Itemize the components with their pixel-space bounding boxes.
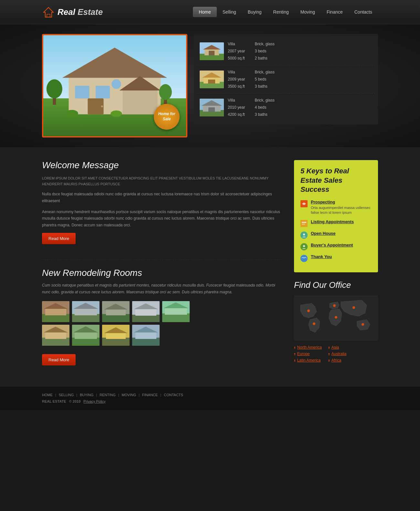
open-house-link[interactable]: Open House — [311, 231, 336, 236]
svg-rect-21 — [209, 51, 215, 55]
nav-buying[interactable]: Buying — [242, 7, 268, 17]
footer-selling[interactable]: SELLING — [59, 393, 74, 397]
nav-moving[interactable]: Moving — [295, 7, 321, 17]
gallery-thumb[interactable] — [102, 301, 130, 322]
footer-nav: HOME | SELLING | BUYING | RENTING | MOVI… — [0, 386, 420, 410]
gallery-thumb[interactable] — [132, 301, 160, 322]
svg-rect-42 — [106, 309, 126, 315]
footer-sep: | — [55, 393, 56, 397]
africa-link[interactable]: Africa — [328, 358, 347, 363]
gallery-thumb[interactable] — [42, 325, 69, 346]
main-nav: Home Selling Buying Renting Moving Finan… — [193, 7, 378, 17]
svg-rect-38 — [75, 308, 97, 315]
listing-info: Villa 2010 year 4200 sq.ft Brick, glass … — [228, 97, 372, 117]
listings-panel: Villa 2007 year 5000 sq.ft Brick, glass … — [194, 34, 378, 125]
divider — [42, 260, 281, 260]
office-col-1: North America Europe Latin America — [294, 345, 322, 363]
remodeling-read-more-button[interactable]: Read More — [42, 354, 76, 365]
gallery-thumb[interactable] — [102, 325, 130, 346]
gallery-thumb[interactable] — [72, 301, 100, 322]
footer-moving[interactable]: MOVING — [122, 393, 136, 397]
hero-main-image: Home for Sale — [42, 34, 187, 137]
europe-link[interactable]: Europe — [294, 352, 322, 356]
listing-info: Villa 2007 year 5000 sq.ft Brick, glass … — [228, 41, 372, 61]
home-for-sale-badge: Home for Sale — [154, 104, 180, 130]
buyers-appointment-link[interactable]: Buyer's Appointment — [311, 243, 353, 247]
footer-finance[interactable]: FINANCE — [142, 393, 158, 397]
listing-appointments-link[interactable]: Listing Appointments — [311, 219, 354, 224]
listing-item[interactable]: Villa 2007 year 5000 sq.ft Brick, glass … — [197, 37, 375, 65]
footer-contacts[interactable]: CONTACTS — [164, 393, 183, 397]
nav-renting[interactable]: Renting — [268, 7, 295, 17]
prospecting-link[interactable]: Prospecting — [311, 200, 372, 204]
logo: Real Estate — [42, 6, 103, 18]
listing-type: Villa — [228, 69, 245, 75]
svg-rect-7 — [96, 86, 110, 98]
listing-year: 2009 year — [228, 76, 245, 82]
logo-text: Real Estate — [58, 7, 103, 17]
listing-beds: 3 beds — [255, 48, 274, 54]
footer-renting[interactable]: RENTING — [100, 393, 116, 397]
svg-point-83 — [335, 316, 337, 319]
svg-point-16 — [110, 111, 122, 117]
asia-link[interactable]: Asia — [328, 345, 347, 350]
nav-finance[interactable]: Finance — [321, 7, 349, 17]
svg-rect-49 — [162, 313, 190, 322]
footer-privacy-link[interactable]: Privacy Policy — [83, 399, 105, 403]
main-content: Welcome Message LOREM IPSUM DOLOR SIT AM… — [0, 147, 420, 386]
footer-home[interactable]: HOME — [42, 393, 53, 397]
thank-you-link[interactable]: Thank You — [311, 254, 332, 259]
listing-year: 2007 year — [228, 48, 245, 54]
footer-sep: | — [76, 393, 77, 397]
logo-real: Real — [58, 7, 78, 17]
svg-rect-50 — [165, 308, 187, 315]
svg-rect-8 — [111, 79, 121, 89]
nav-contacts[interactable]: Contacts — [349, 7, 378, 17]
svg-point-82 — [313, 322, 315, 325]
footer-buying[interactable]: BUYING — [80, 393, 93, 397]
latin-america-link[interactable]: Latin America — [294, 358, 322, 363]
listing-material: Brick, glass — [255, 41, 274, 47]
svg-rect-71 — [302, 224, 305, 224]
footer-copyright: REAL ESTATE © 2010 Privacy Policy — [42, 399, 378, 403]
svg-rect-54 — [45, 332, 66, 339]
listing-thumb — [200, 42, 224, 60]
listing-info: Villa 2009 year 3500 sq.ft Brick, glass … — [228, 69, 372, 89]
listing-item[interactable]: Villa 2010 year 4200 sq.ft Brick, glass … — [197, 93, 375, 121]
gallery-row-1 — [42, 301, 281, 322]
office-col-2: Asia Australia Africa — [328, 345, 347, 363]
listing-type: Villa — [228, 97, 245, 103]
svg-rect-6 — [75, 86, 89, 98]
listing-sqft: 4200 sq.ft — [228, 112, 245, 117]
header: Real Estate Home Selling Buying Renting … — [0, 0, 420, 24]
svg-rect-62 — [106, 332, 126, 339]
welcome-read-more-button[interactable]: Read More — [42, 233, 76, 244]
svg-rect-26 — [208, 80, 215, 83]
gallery-thumb[interactable] — [132, 325, 160, 346]
listing-baths: 2 baths — [255, 55, 274, 61]
svg-rect-69 — [300, 220, 308, 227]
svg-point-78 — [307, 310, 310, 312]
north-america-link[interactable]: North America — [294, 345, 322, 350]
remodeling-title: New Remodeling Rooms — [42, 268, 281, 278]
world-map — [294, 295, 378, 341]
find-office-title: Find Our Office — [294, 280, 378, 290]
svg-point-15 — [66, 110, 78, 118]
svg-point-10 — [101, 105, 103, 107]
gallery-thumb[interactable] — [42, 301, 69, 322]
australia-link[interactable]: Australia — [328, 352, 347, 356]
find-office-section: Find Our Office — [294, 280, 378, 363]
content-left: Welcome Message LOREM IPSUM DOLOR SIT AM… — [42, 160, 281, 373]
listing-sqft: 5000 sq.ft — [228, 55, 245, 61]
nav-home[interactable]: Home — [193, 7, 216, 17]
footer-sep: | — [96, 393, 97, 397]
gallery-thumb[interactable] — [72, 325, 100, 346]
svg-rect-46 — [135, 309, 156, 316]
svg-point-14 — [159, 84, 172, 100]
svg-point-12 — [47, 79, 62, 98]
nav-selling[interactable]: Selling — [217, 7, 242, 17]
prospecting-icon — [300, 200, 308, 207]
gallery-thumb[interactable] — [162, 301, 190, 322]
listing-item[interactable]: Villa 2009 year 3500 sq.ft Brick, glass … — [197, 65, 375, 93]
svg-point-80 — [352, 306, 355, 309]
